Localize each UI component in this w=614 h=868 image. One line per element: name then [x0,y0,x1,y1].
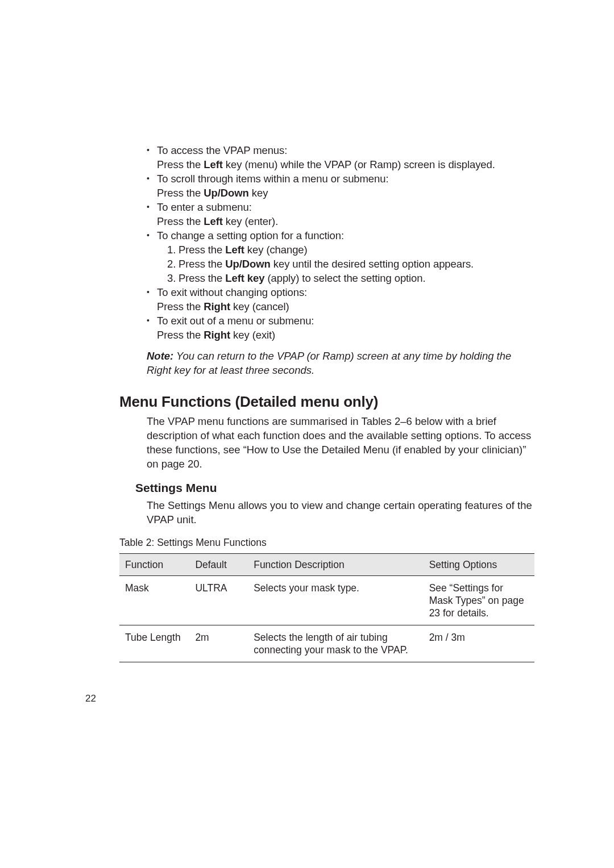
cell-options: See “Settings for Mask Types” on page 23… [424,576,534,625]
bullet-access: To access the VPAP menus: Press the Left… [147,143,534,172]
cell-default: 2m [189,625,248,662]
bullet-exit-no-change: To exit without changing options: Press … [147,285,534,314]
cell-default: ULTRA [189,576,248,625]
note-paragraph: Note: You can return to the VPAP (or Ram… [147,349,534,377]
bullet-exit-menu: To exit out of a menu or submenu: Press … [147,314,534,342]
bullet-title: To exit out of a menu or submenu: [157,315,314,327]
bullet-line: Press the Left key (menu) while the VPAP… [157,157,534,172]
bullet-title: To access the VPAP menus: [157,144,287,156]
bullet-line: Press the Left key (enter). [157,214,534,228]
table-caption: Table 2: Settings Menu Functions [119,537,534,549]
bullet-change: To change a setting option for a functio… [147,228,534,285]
th-function: Function [119,554,189,576]
bullet-line: Press the Right key (cancel) [157,299,534,314]
note-label: Note: [147,350,173,362]
th-options: Setting Options [424,554,534,576]
cell-function: Tube Length [119,625,189,662]
numbered-steps: Press the Left key (change) Press the Up… [157,243,534,285]
cell-function: Mask [119,576,189,625]
bullet-scroll: To scroll through items within a menu or… [147,172,534,200]
section-heading: Menu Functions (Detailed menu only) [119,393,534,411]
subsection-body: The Settings Menu allows you to view and… [147,498,534,527]
page-content: To access the VPAP menus: Press the Left… [119,143,534,662]
section-body: The VPAP menu functions are summarised i… [147,414,534,471]
bullet-line: Press the Up/Down key [157,186,534,200]
step-2: Press the Up/Down key until the desired … [167,257,534,271]
th-description: Function Description [248,554,423,576]
page-number: 22 [85,693,96,704]
bullet-enter: To enter a submenu: Press the Left key (… [147,200,534,228]
table-header-row: Function Default Function Description Se… [119,554,534,576]
bullet-title: To enter a submenu: [157,201,252,213]
cell-options: 2m / 3m [424,625,534,662]
subsection-heading: Settings Menu [135,481,534,495]
instruction-list: To access the VPAP menus: Press the Left… [147,143,534,342]
bullet-line: Press the Right key (exit) [157,328,534,342]
step-1: Press the Left key (change) [167,243,534,257]
table-row: Tube Length 2m Selects the length of air… [119,625,534,662]
cell-description: Selects the length of air tubing connect… [248,625,423,662]
cell-description: Selects your mask type. [248,576,423,625]
table-row: Mask ULTRA Selects your mask type. See “… [119,576,534,625]
settings-table: Function Default Function Description Se… [119,553,534,662]
note-text: You can return to the VPAP (or Ramp) scr… [147,350,511,376]
bullet-title: To scroll through items within a menu or… [157,173,388,185]
th-default: Default [189,554,248,576]
bullet-title: To exit without changing options: [157,286,307,298]
bullet-title: To change a setting option for a functio… [157,229,344,241]
step-3: Press the Left key (apply) to select the… [167,271,534,285]
